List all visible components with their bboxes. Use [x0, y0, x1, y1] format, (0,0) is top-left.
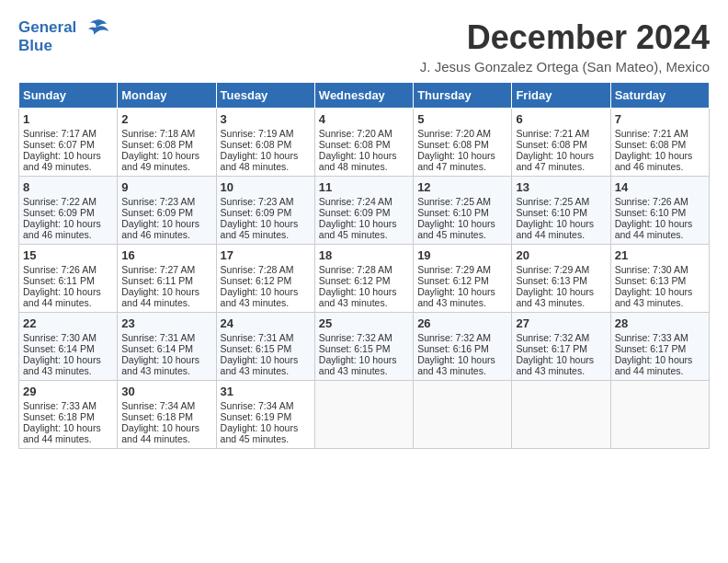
daylight: Daylight: 10 hours and 43 minutes. [23, 354, 101, 376]
calendar-cell: 11Sunrise: 7:24 AMSunset: 6:09 PMDayligh… [314, 177, 413, 245]
calendar-cell: 29Sunrise: 7:33 AMSunset: 6:18 PMDayligh… [19, 381, 118, 449]
calendar-cell: 1Sunrise: 7:17 AMSunset: 6:07 PMDaylight… [19, 109, 118, 177]
daylight: Daylight: 10 hours and 49 minutes. [121, 150, 199, 172]
sunrise: Sunrise: 7:22 AM [23, 196, 97, 207]
calendar-cell: 18Sunrise: 7:28 AMSunset: 6:12 PMDayligh… [314, 245, 413, 313]
day-number: 25 [319, 316, 409, 330]
calendar-cell: 27Sunrise: 7:32 AMSunset: 6:17 PMDayligh… [512, 313, 610, 381]
location-title: J. Jesus Gonzalez Ortega (San Mateo), Me… [420, 59, 710, 75]
daylight: Daylight: 10 hours and 44 minutes. [121, 286, 199, 308]
sunset: Sunset: 6:08 PM [221, 139, 292, 150]
day-number: 7 [615, 112, 705, 126]
daylight: Daylight: 10 hours and 43 minutes. [221, 354, 299, 376]
sunset: Sunset: 6:15 PM [319, 343, 391, 354]
sunrise: Sunrise: 7:34 AM [121, 400, 195, 411]
day-number: 17 [221, 248, 311, 262]
header: General Blue December 2024 J. Jesus Gonz… [18, 18, 710, 75]
sunset: Sunset: 6:11 PM [23, 275, 95, 286]
daylight: Daylight: 10 hours and 43 minutes. [319, 354, 397, 376]
daylight: Daylight: 10 hours and 45 minutes. [319, 218, 397, 240]
sunrise: Sunrise: 7:32 AM [319, 332, 392, 343]
daylight: Daylight: 10 hours and 45 minutes. [417, 218, 495, 240]
daylight: Daylight: 10 hours and 43 minutes. [516, 354, 594, 376]
day-number: 3 [221, 112, 311, 126]
sunrise: Sunrise: 7:19 AM [221, 128, 294, 139]
calendar-header-friday: Friday [512, 83, 610, 109]
daylight: Daylight: 10 hours and 46 minutes. [23, 218, 101, 240]
calendar-week-row: 8Sunrise: 7:22 AMSunset: 6:09 PMDaylight… [19, 177, 710, 245]
sunset: Sunset: 6:09 PM [121, 207, 193, 218]
sunset: Sunset: 6:17 PM [516, 343, 587, 354]
calendar-cell: 10Sunrise: 7:23 AMSunset: 6:09 PMDayligh… [216, 177, 314, 245]
calendar-cell: 4Sunrise: 7:20 AMSunset: 6:08 PMDaylight… [314, 109, 413, 177]
calendar-cell: 21Sunrise: 7:30 AMSunset: 6:13 PMDayligh… [610, 245, 709, 313]
day-number: 26 [417, 316, 507, 330]
calendar-header-saturday: Saturday [610, 83, 709, 109]
calendar-cell: 17Sunrise: 7:28 AMSunset: 6:12 PMDayligh… [216, 245, 314, 313]
calendar-cell: 25Sunrise: 7:32 AMSunset: 6:15 PMDayligh… [314, 313, 413, 381]
sunrise: Sunrise: 7:33 AM [23, 400, 97, 411]
sunrise: Sunrise: 7:20 AM [319, 128, 392, 139]
day-number: 20 [516, 248, 606, 262]
day-number: 30 [121, 385, 211, 398]
day-number: 19 [417, 248, 507, 262]
sunrise: Sunrise: 7:20 AM [417, 128, 491, 139]
daylight: Daylight: 10 hours and 44 minutes. [615, 354, 693, 376]
daylight: Daylight: 10 hours and 43 minutes. [417, 354, 495, 376]
day-number: 10 [221, 180, 311, 194]
calendar-cell [512, 381, 610, 449]
sunset: Sunset: 6:16 PM [417, 343, 489, 354]
sunset: Sunset: 6:08 PM [516, 139, 587, 150]
sunset: Sunset: 6:10 PM [516, 207, 587, 218]
sunrise: Sunrise: 7:28 AM [221, 264, 294, 275]
calendar-cell: 15Sunrise: 7:26 AMSunset: 6:11 PMDayligh… [19, 245, 118, 313]
sunset: Sunset: 6:12 PM [417, 275, 489, 286]
day-number: 1 [23, 112, 113, 126]
calendar-cell: 22Sunrise: 7:30 AMSunset: 6:14 PMDayligh… [19, 313, 118, 381]
month-title: December 2024 [420, 18, 710, 57]
day-number: 11 [319, 180, 409, 194]
calendar-week-row: 29Sunrise: 7:33 AMSunset: 6:18 PMDayligh… [19, 381, 710, 449]
day-number: 16 [121, 248, 211, 262]
logo: General Blue [18, 18, 108, 55]
daylight: Daylight: 10 hours and 43 minutes. [516, 286, 594, 308]
calendar-cell: 3Sunrise: 7:19 AMSunset: 6:08 PMDaylight… [216, 109, 314, 177]
sunset: Sunset: 6:17 PM [615, 343, 687, 354]
calendar-header-sunday: Sunday [19, 83, 118, 109]
day-number: 13 [516, 180, 606, 194]
day-number: 9 [121, 180, 211, 194]
daylight: Daylight: 10 hours and 45 minutes. [221, 422, 299, 444]
calendar-header-tuesday: Tuesday [216, 83, 314, 109]
daylight: Daylight: 10 hours and 44 minutes. [516, 218, 594, 240]
day-number: 14 [615, 180, 705, 194]
sunrise: Sunrise: 7:34 AM [221, 400, 294, 411]
calendar-cell: 5Sunrise: 7:20 AMSunset: 6:08 PMDaylight… [414, 109, 512, 177]
sunrise: Sunrise: 7:23 AM [221, 196, 294, 207]
sunset: Sunset: 6:08 PM [319, 139, 391, 150]
sunrise: Sunrise: 7:29 AM [516, 264, 589, 275]
calendar-cell: 26Sunrise: 7:32 AMSunset: 6:16 PMDayligh… [414, 313, 512, 381]
daylight: Daylight: 10 hours and 44 minutes. [615, 218, 693, 240]
daylight: Daylight: 10 hours and 43 minutes. [615, 286, 693, 308]
day-number: 23 [121, 316, 211, 330]
calendar-cell: 30Sunrise: 7:34 AMSunset: 6:18 PMDayligh… [118, 381, 216, 449]
calendar-week-row: 1Sunrise: 7:17 AMSunset: 6:07 PMDaylight… [19, 109, 710, 177]
page-wrapper: General Blue December 2024 J. Jesus Gonz… [18, 18, 710, 449]
logo-general: General [18, 18, 76, 36]
sunset: Sunset: 6:13 PM [516, 275, 587, 286]
calendar-header-monday: Monday [118, 83, 216, 109]
sunrise: Sunrise: 7:33 AM [615, 332, 688, 343]
daylight: Daylight: 10 hours and 47 minutes. [417, 150, 495, 172]
logo-bird-icon [83, 18, 108, 39]
daylight: Daylight: 10 hours and 43 minutes. [121, 354, 199, 376]
calendar-body: 1Sunrise: 7:17 AMSunset: 6:07 PMDaylight… [19, 109, 710, 449]
calendar-cell: 28Sunrise: 7:33 AMSunset: 6:17 PMDayligh… [610, 313, 709, 381]
calendar-cell: 23Sunrise: 7:31 AMSunset: 6:14 PMDayligh… [118, 313, 216, 381]
day-number: 5 [417, 112, 507, 126]
daylight: Daylight: 10 hours and 44 minutes. [23, 422, 101, 444]
sunrise: Sunrise: 7:24 AM [319, 196, 392, 207]
day-number: 21 [615, 248, 705, 262]
logo-text: General [18, 18, 108, 39]
day-number: 29 [23, 385, 113, 398]
sunset: Sunset: 6:19 PM [221, 411, 292, 422]
